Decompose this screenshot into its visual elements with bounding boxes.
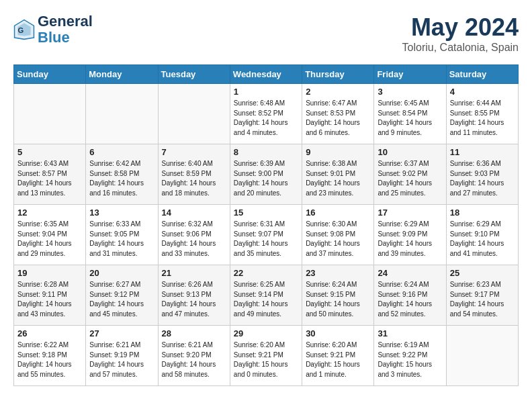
- day-info: Sunrise: 6:19 AM Sunset: 9:22 PM Dayligh…: [378, 340, 442, 379]
- day-number: 11: [450, 147, 515, 157]
- calendar-week-row: 19Sunrise: 6:28 AM Sunset: 9:11 PM Dayli…: [14, 265, 519, 326]
- logo-text: General Blue: [38, 13, 93, 46]
- calendar-cell: 8Sunrise: 6:39 AM Sunset: 9:00 PM Daylig…: [230, 144, 302, 205]
- day-number: 9: [306, 147, 370, 157]
- calendar-cell: 4Sunrise: 6:44 AM Sunset: 8:55 PM Daylig…: [446, 84, 518, 144]
- day-number: 7: [162, 147, 226, 157]
- day-info: Sunrise: 6:28 AM Sunset: 9:11 PM Dayligh…: [17, 280, 82, 319]
- col-header-wednesday: Wednesday: [230, 65, 302, 84]
- day-number: 26: [17, 328, 82, 338]
- day-number: 19: [17, 268, 82, 278]
- day-info: Sunrise: 6:33 AM Sunset: 9:05 PM Dayligh…: [89, 220, 154, 259]
- svg-text:G: G: [17, 26, 24, 34]
- calendar-cell: 14Sunrise: 6:32 AM Sunset: 9:06 PM Dayli…: [158, 205, 230, 265]
- day-info: Sunrise: 6:21 AM Sunset: 9:19 PM Dayligh…: [89, 340, 154, 379]
- day-info: Sunrise: 6:24 AM Sunset: 9:16 PM Dayligh…: [378, 280, 442, 319]
- col-header-tuesday: Tuesday: [158, 65, 230, 84]
- day-info: Sunrise: 6:25 AM Sunset: 9:14 PM Dayligh…: [234, 280, 298, 319]
- logo: G General Blue: [13, 13, 93, 46]
- day-info: Sunrise: 6:45 AM Sunset: 8:54 PM Dayligh…: [378, 99, 442, 138]
- day-info: Sunrise: 6:43 AM Sunset: 8:57 PM Dayligh…: [17, 159, 82, 198]
- calendar-cell: 18Sunrise: 6:29 AM Sunset: 9:10 PM Dayli…: [446, 205, 518, 265]
- day-number: 12: [17, 208, 82, 218]
- col-header-thursday: Thursday: [302, 65, 374, 84]
- day-number: 10: [378, 147, 442, 157]
- calendar-cell: 10Sunrise: 6:37 AM Sunset: 9:02 PM Dayli…: [374, 144, 446, 205]
- day-info: Sunrise: 6:21 AM Sunset: 9:20 PM Dayligh…: [162, 340, 226, 379]
- day-info: Sunrise: 6:30 AM Sunset: 9:08 PM Dayligh…: [306, 220, 370, 259]
- day-number: 4: [450, 87, 515, 97]
- day-info: Sunrise: 6:47 AM Sunset: 8:53 PM Dayligh…: [306, 99, 370, 138]
- calendar-cell: 1Sunrise: 6:48 AM Sunset: 8:52 PM Daylig…: [230, 84, 302, 144]
- day-number: 25: [450, 268, 515, 278]
- month-year-title: May 2024: [402, 13, 519, 42]
- day-info: Sunrise: 6:44 AM Sunset: 8:55 PM Dayligh…: [450, 99, 515, 138]
- day-number: 3: [378, 87, 442, 97]
- day-number: 20: [89, 268, 154, 278]
- day-info: Sunrise: 6:37 AM Sunset: 9:02 PM Dayligh…: [378, 159, 442, 198]
- day-number: 29: [234, 328, 298, 338]
- day-number: 6: [89, 147, 154, 157]
- calendar-cell: 19Sunrise: 6:28 AM Sunset: 9:11 PM Dayli…: [14, 265, 86, 326]
- calendar-cell: 20Sunrise: 6:27 AM Sunset: 9:12 PM Dayli…: [86, 265, 158, 326]
- calendar-cell: 9Sunrise: 6:38 AM Sunset: 9:01 PM Daylig…: [302, 144, 374, 205]
- calendar-cell: 30Sunrise: 6:20 AM Sunset: 9:21 PM Dayli…: [302, 326, 374, 386]
- calendar-cell: 23Sunrise: 6:24 AM Sunset: 9:15 PM Dayli…: [302, 265, 374, 326]
- day-number: 14: [162, 208, 226, 218]
- day-info: Sunrise: 6:29 AM Sunset: 9:09 PM Dayligh…: [378, 220, 442, 259]
- calendar-table: SundayMondayTuesdayWednesdayThursdayFrid…: [13, 64, 519, 386]
- calendar-week-row: 12Sunrise: 6:35 AM Sunset: 9:04 PM Dayli…: [14, 205, 519, 265]
- day-info: Sunrise: 6:20 AM Sunset: 9:21 PM Dayligh…: [234, 340, 298, 379]
- calendar-cell: 6Sunrise: 6:42 AM Sunset: 8:58 PM Daylig…: [86, 144, 158, 205]
- col-header-saturday: Saturday: [446, 65, 518, 84]
- day-info: Sunrise: 6:39 AM Sunset: 9:00 PM Dayligh…: [234, 159, 298, 198]
- calendar-cell: 31Sunrise: 6:19 AM Sunset: 9:22 PM Dayli…: [374, 326, 446, 386]
- day-number: 1: [234, 87, 298, 97]
- calendar-cell: [14, 84, 86, 144]
- col-header-sunday: Sunday: [14, 65, 86, 84]
- day-info: Sunrise: 6:23 AM Sunset: 9:17 PM Dayligh…: [450, 280, 515, 319]
- day-number: 8: [234, 147, 298, 157]
- calendar-cell: 28Sunrise: 6:21 AM Sunset: 9:20 PM Dayli…: [158, 326, 230, 386]
- day-number: 15: [234, 208, 298, 218]
- calendar-cell: 11Sunrise: 6:36 AM Sunset: 9:03 PM Dayli…: [446, 144, 518, 205]
- calendar-cell: 22Sunrise: 6:25 AM Sunset: 9:14 PM Dayli…: [230, 265, 302, 326]
- calendar-week-row: 1Sunrise: 6:48 AM Sunset: 8:52 PM Daylig…: [14, 84, 519, 144]
- day-number: 31: [378, 328, 442, 338]
- day-number: 24: [378, 268, 442, 278]
- calendar-cell: [446, 326, 518, 386]
- calendar-cell: 17Sunrise: 6:29 AM Sunset: 9:09 PM Dayli…: [374, 205, 446, 265]
- calendar-cell: 25Sunrise: 6:23 AM Sunset: 9:17 PM Dayli…: [446, 265, 518, 326]
- day-number: 5: [17, 147, 82, 157]
- col-header-friday: Friday: [374, 65, 446, 84]
- calendar-cell: 16Sunrise: 6:30 AM Sunset: 9:08 PM Dayli…: [302, 205, 374, 265]
- day-info: Sunrise: 6:38 AM Sunset: 9:01 PM Dayligh…: [306, 159, 370, 198]
- day-info: Sunrise: 6:40 AM Sunset: 8:59 PM Dayligh…: [162, 159, 226, 198]
- day-info: Sunrise: 6:42 AM Sunset: 8:58 PM Dayligh…: [89, 159, 154, 198]
- calendar-cell: 5Sunrise: 6:43 AM Sunset: 8:57 PM Daylig…: [14, 144, 86, 205]
- calendar-cell: 12Sunrise: 6:35 AM Sunset: 9:04 PM Dayli…: [14, 205, 86, 265]
- day-info: Sunrise: 6:31 AM Sunset: 9:07 PM Dayligh…: [234, 220, 298, 259]
- title-block: May 2024 Toloriu, Catalonia, Spain: [402, 13, 519, 54]
- calendar-cell: 3Sunrise: 6:45 AM Sunset: 8:54 PM Daylig…: [374, 84, 446, 144]
- day-number: 17: [378, 208, 442, 218]
- day-info: Sunrise: 6:26 AM Sunset: 9:13 PM Dayligh…: [162, 280, 226, 319]
- day-number: 22: [234, 268, 298, 278]
- day-number: 30: [306, 328, 370, 338]
- calendar-cell: 13Sunrise: 6:33 AM Sunset: 9:05 PM Dayli…: [86, 205, 158, 265]
- day-number: 2: [306, 87, 370, 97]
- day-number: 28: [162, 328, 226, 338]
- calendar-cell: 2Sunrise: 6:47 AM Sunset: 8:53 PM Daylig…: [302, 84, 374, 144]
- day-number: 23: [306, 268, 370, 278]
- calendar-cell: [158, 84, 230, 144]
- day-number: 21: [162, 268, 226, 278]
- calendar-cell: 26Sunrise: 6:22 AM Sunset: 9:18 PM Dayli…: [14, 326, 86, 386]
- calendar-cell: 15Sunrise: 6:31 AM Sunset: 9:07 PM Dayli…: [230, 205, 302, 265]
- day-info: Sunrise: 6:24 AM Sunset: 9:15 PM Dayligh…: [306, 280, 370, 319]
- day-info: Sunrise: 6:48 AM Sunset: 8:52 PM Dayligh…: [234, 99, 298, 138]
- day-info: Sunrise: 6:20 AM Sunset: 9:21 PM Dayligh…: [306, 340, 370, 379]
- calendar-cell: 7Sunrise: 6:40 AM Sunset: 8:59 PM Daylig…: [158, 144, 230, 205]
- day-info: Sunrise: 6:32 AM Sunset: 9:06 PM Dayligh…: [162, 220, 226, 259]
- calendar-cell: [86, 84, 158, 144]
- day-number: 18: [450, 208, 515, 218]
